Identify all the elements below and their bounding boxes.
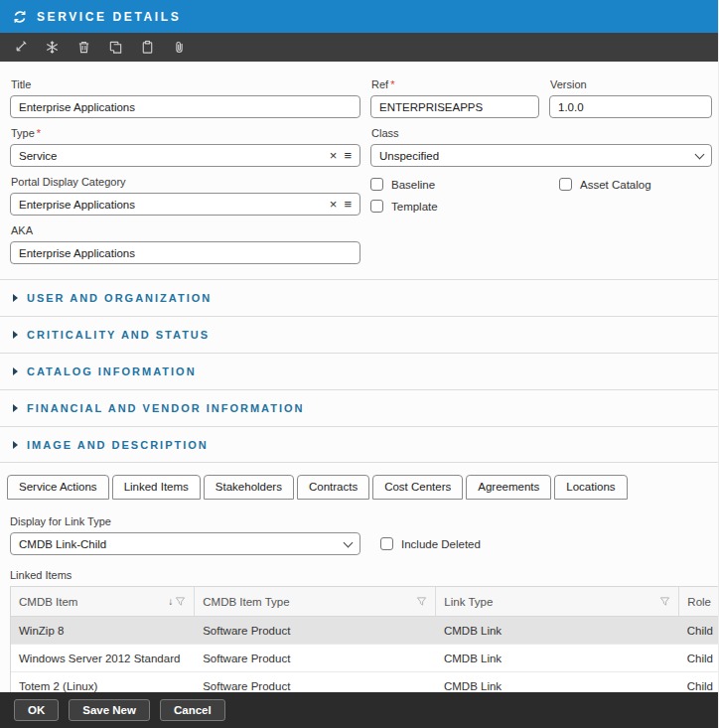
collapsed-arrow-icon bbox=[13, 404, 18, 412]
table-row[interactable]: Windows Server 2012 Standard Software Pr… bbox=[11, 645, 719, 672]
asset-catalog-checkbox[interactable] bbox=[559, 178, 572, 191]
template-checkbox[interactable] bbox=[370, 200, 383, 213]
display-for-link-type-select[interactable]: CMDB Link-Child bbox=[10, 532, 360, 555]
toolbar bbox=[0, 33, 718, 62]
include-deleted-checkbox[interactable] bbox=[380, 537, 393, 550]
class-select[interactable]: Unspecified bbox=[370, 144, 712, 167]
asset-catalog-label: Asset Catalog bbox=[580, 179, 651, 191]
section-image-and-description[interactable]: IMAGE AND DESCRIPTION bbox=[0, 426, 718, 463]
ref-field: Ref* ENTERPRISEAPPS bbox=[370, 70, 539, 118]
copy-icon[interactable] bbox=[108, 40, 123, 55]
class-label: Class bbox=[371, 127, 712, 139]
type-field: Type* Service × ≡ bbox=[10, 118, 360, 167]
filter-icon[interactable] bbox=[416, 596, 427, 607]
section-criticality-and-status[interactable]: CRITICALITY AND STATUS bbox=[0, 316, 718, 353]
section-user-and-organization[interactable]: USER AND ORGANIZATION bbox=[0, 279, 718, 316]
ref-label: Ref* bbox=[371, 78, 539, 90]
tab-locations[interactable]: Locations bbox=[554, 475, 627, 500]
column-header-cmdb-item[interactable]: CMDB Item ↓ bbox=[11, 587, 195, 616]
column-header-role[interactable]: Role bbox=[679, 587, 719, 616]
template-label: Template bbox=[391, 201, 438, 213]
page-title: SERVICE DETAILS bbox=[37, 10, 181, 24]
pin-icon[interactable] bbox=[13, 40, 28, 55]
title-field: Title Enterprise Applications bbox=[10, 70, 360, 118]
tab-bar: Service Actions Linked Items Stakeholder… bbox=[0, 475, 718, 500]
required-marker: * bbox=[390, 78, 394, 90]
table-header-row: CMDB Item ↓ CMDB Item Type bbox=[11, 587, 719, 617]
chevron-down-icon bbox=[695, 149, 705, 159]
include-deleted-row: Include Deleted bbox=[380, 537, 481, 550]
filter-icon[interactable] bbox=[659, 596, 670, 607]
delete-icon[interactable] bbox=[76, 40, 91, 55]
aka-label: AKA bbox=[11, 224, 360, 236]
required-marker: * bbox=[37, 127, 41, 139]
linked-items-table: CMDB Item ↓ CMDB Item Type bbox=[10, 586, 719, 701]
linked-items-panel: Display for Link Type CMDB Link-Child In… bbox=[0, 500, 718, 701]
collapsed-arrow-icon bbox=[13, 441, 18, 449]
version-input[interactable]: 1.0.0 bbox=[549, 95, 712, 118]
list-lookup-icon[interactable]: ≡ bbox=[344, 149, 352, 162]
asset-catalog-column: Asset Catalog bbox=[559, 167, 651, 216]
tab-contracts[interactable]: Contracts bbox=[297, 475, 369, 500]
sort-desc-icon: ↓ bbox=[168, 596, 173, 607]
collapsible-sections: USER AND ORGANIZATION CRITICALITY AND ST… bbox=[0, 279, 718, 463]
freeze-icon[interactable] bbox=[45, 40, 60, 55]
tab-stakeholders[interactable]: Stakeholders bbox=[204, 475, 294, 500]
collapsed-arrow-icon bbox=[13, 367, 18, 375]
class-field: Class Unspecified bbox=[370, 118, 712, 167]
portal-display-category-label: Portal Display Category bbox=[11, 176, 360, 188]
template-checkbox-row: Template bbox=[370, 200, 539, 213]
version-label: Version bbox=[550, 78, 712, 90]
clear-icon[interactable]: × bbox=[330, 149, 338, 162]
window-titlebar: SERVICE DETAILS bbox=[0, 0, 718, 33]
asset-catalog-checkbox-row: Asset Catalog bbox=[559, 178, 651, 191]
baseline-checkbox[interactable] bbox=[370, 178, 383, 191]
column-header-link-type[interactable]: Link Type bbox=[436, 587, 679, 616]
display-for-link-type-label: Display for Link Type bbox=[10, 515, 718, 527]
section-financial-and-vendor-information[interactable]: FINANCIAL AND VENDOR INFORMATION bbox=[0, 389, 718, 426]
save-new-button[interactable]: Save New bbox=[69, 699, 150, 721]
attachment-icon[interactable] bbox=[172, 40, 187, 55]
type-label: Type* bbox=[11, 127, 360, 139]
ok-button[interactable]: OK bbox=[14, 699, 59, 721]
include-deleted-label: Include Deleted bbox=[401, 538, 481, 550]
baseline-checkbox-row: Baseline bbox=[370, 178, 539, 191]
portal-display-category-field: Portal Display Category Enterprise Appli… bbox=[10, 167, 360, 216]
paste-icon[interactable] bbox=[140, 40, 155, 55]
footer-action-bar: OK Save New Cancel bbox=[0, 692, 719, 728]
title-input[interactable]: Enterprise Applications bbox=[10, 95, 360, 118]
table-row[interactable]: WinZip 8 Software Product CMDB Link Chil… bbox=[11, 617, 719, 645]
chevron-down-icon bbox=[344, 537, 354, 547]
baseline-label: Baseline bbox=[391, 179, 435, 191]
cancel-button[interactable]: Cancel bbox=[160, 699, 225, 721]
version-field: Version 1.0.0 bbox=[549, 70, 712, 118]
column-header-cmdb-item-type[interactable]: CMDB Item Type bbox=[195, 587, 436, 616]
aka-field: AKA Enterprise Applications bbox=[10, 216, 360, 264]
refresh-icon[interactable] bbox=[12, 9, 28, 25]
ref-input[interactable]: ENTERPRISEAPPS bbox=[370, 95, 539, 118]
service-details-window: SERVICE DETAILS bbox=[0, 0, 719, 728]
tab-service-actions[interactable]: Service Actions bbox=[7, 475, 109, 500]
tab-cost-centers[interactable]: Cost Centers bbox=[372, 475, 463, 500]
form-area: Title Enterprise Applications Ref* ENTER… bbox=[0, 62, 718, 264]
portal-display-category-input[interactable]: Enterprise Applications × ≡ bbox=[10, 193, 360, 216]
linked-items-table-label: Linked Items bbox=[10, 569, 718, 581]
clear-icon[interactable]: × bbox=[330, 198, 338, 211]
type-input[interactable]: Service × ≡ bbox=[10, 144, 360, 167]
collapsed-arrow-icon bbox=[13, 294, 18, 302]
title-label: Title bbox=[11, 78, 360, 90]
checkbox-column: Baseline Template bbox=[370, 167, 539, 216]
list-lookup-icon[interactable]: ≡ bbox=[344, 198, 352, 211]
section-catalog-information[interactable]: CATALOG INFORMATION bbox=[0, 353, 718, 389]
filter-icon[interactable] bbox=[175, 596, 186, 607]
tab-agreements[interactable]: Agreements bbox=[466, 475, 551, 500]
aka-input[interactable]: Enterprise Applications bbox=[10, 241, 360, 264]
tab-linked-items[interactable]: Linked Items bbox=[112, 475, 201, 500]
collapsed-arrow-icon bbox=[13, 331, 18, 339]
